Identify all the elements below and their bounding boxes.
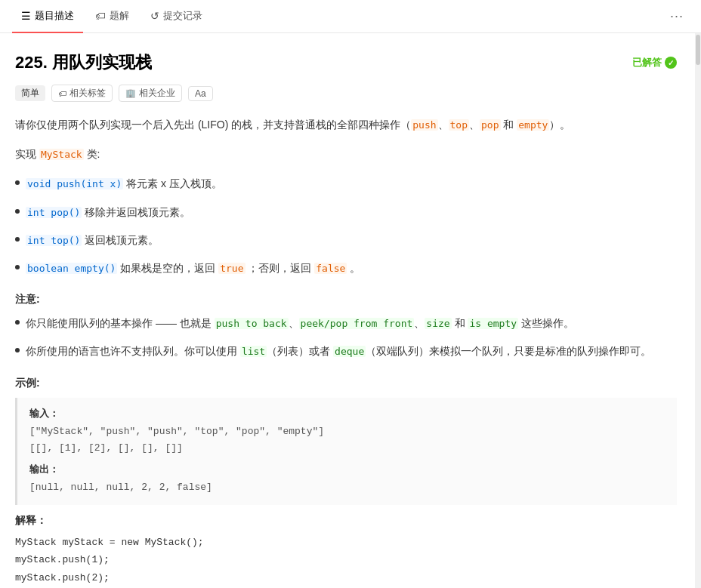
bullet-dot xyxy=(15,180,20,185)
deque-code: deque xyxy=(333,346,366,357)
input-line2: [[], [1], [2], [], [], []] xyxy=(29,440,665,457)
note-bullet-2 xyxy=(15,348,20,352)
explain-section: 解释： MyStack myStack = new MyStack(); myS… xyxy=(15,514,677,588)
font-size-button[interactable]: Aa xyxy=(188,86,213,101)
implement-text: 实现 MyStack 类: xyxy=(15,145,677,164)
note-section: 注意: 你只能使用队列的基本操作 —— 也就是 push to back、pee… xyxy=(15,293,677,361)
related-tags-button[interactable]: 🏷 相关标签 xyxy=(51,85,113,102)
tab-solution[interactable]: 🏷 题解 xyxy=(86,0,138,33)
clock-icon: ↺ xyxy=(150,10,159,22)
notes-list: 你只能使用队列的基本操作 —— 也就是 push to back、peek/po… xyxy=(15,314,677,361)
tab-description[interactable]: ☰ 题目描述 xyxy=(12,0,83,33)
methods-list: void push(int x) 将元素 x 压入栈顶。 int pop() 移… xyxy=(15,174,677,278)
solved-check-icon: ✓ xyxy=(665,57,677,69)
note-bullet-1 xyxy=(15,320,20,325)
top-inline: top xyxy=(449,119,469,131)
pop-inline: pop xyxy=(480,119,500,131)
example-title: 示例: xyxy=(15,377,677,390)
explain-line-1: MyStack myStack = new MyStack(); xyxy=(15,534,677,551)
solution-icon: 🏷 xyxy=(95,10,106,22)
method-top: int top() 返回栈顶元素。 xyxy=(15,231,677,250)
is-empty-code: is empty xyxy=(468,318,518,329)
note-title: 注意: xyxy=(15,293,677,306)
related-companies-button[interactable]: 🏢 相关企业 xyxy=(119,85,182,102)
push-to-back: push to back xyxy=(215,318,289,329)
scrollbar[interactable] xyxy=(695,33,701,588)
bullet-dot-4 xyxy=(15,265,20,269)
explain-label: 解释： xyxy=(15,514,677,528)
false-code: false xyxy=(314,263,347,274)
scroll-thumb xyxy=(696,35,700,65)
bullet-dot-2 xyxy=(15,209,20,214)
solved-label: 已解答 xyxy=(632,56,662,69)
problem-title-row: 225. 用队列实现栈 已解答 ✓ xyxy=(15,51,677,74)
intro-text: 请你仅使用两个队列实现一个后入先出 (LIFO) 的栈，并支持普通栈的全部四种操… xyxy=(15,115,677,134)
problem-number: 225. xyxy=(15,53,48,72)
tab-submissions[interactable]: ↺ 提交记录 xyxy=(141,0,212,33)
more-options-button[interactable]: ··· xyxy=(665,5,689,29)
note-2: 你所使用的语言也许不支持队列。你可以使用 list（列表）或者 deque（双端… xyxy=(15,342,677,361)
example-block: 输入： ["MyStack", "push", "push", "top", "… xyxy=(15,398,677,505)
true-code: true xyxy=(218,263,245,274)
explain-line-3: myStack.push(2); xyxy=(15,569,677,586)
company-icon: 🏢 xyxy=(125,88,136,98)
size-code: size xyxy=(425,318,451,329)
ops-inline: push xyxy=(411,119,437,131)
method-pop: int pop() 移除并返回栈顶元素。 xyxy=(15,203,677,222)
main-content: 225. 用队列实现栈 已解答 ✓ 简单 🏷 相关标签 🏢 相关企业 Aa xyxy=(0,33,701,588)
top-code: int top() xyxy=(26,235,82,246)
bullet-dot-3 xyxy=(15,237,20,242)
difficulty-tag[interactable]: 简单 xyxy=(15,85,45,101)
problem-title-text: 用队列实现栈 xyxy=(52,53,152,72)
explain-line-2: myStack.push(1); xyxy=(15,551,677,568)
tag-icon: 🏷 xyxy=(58,89,66,98)
method-empty: boolean empty() 如果栈是空的，返回 true ；否则，返回 fa… xyxy=(15,259,677,278)
input-line1: ["MyStack", "push", "push", "top", "pop"… xyxy=(29,423,665,440)
push-code: void push(int x) xyxy=(26,178,123,189)
tags-row: 简单 🏷 相关标签 🏢 相关企业 Aa xyxy=(15,85,677,102)
content-scrollable[interactable]: 225. 用队列实现栈 已解答 ✓ 简单 🏷 相关标签 🏢 相关企业 Aa xyxy=(0,33,695,588)
pop-code: int pop() xyxy=(26,207,82,218)
explain-code-block: MyStack myStack = new MyStack(); myStack… xyxy=(15,534,677,588)
input-label: 输入： xyxy=(29,407,665,420)
class-name-inline: MyStack xyxy=(39,149,84,160)
output-line: [null, null, null, 2, 2, false] xyxy=(29,479,665,496)
list-code: list xyxy=(240,346,267,357)
empty-inline: empty xyxy=(517,119,549,131)
output-label: 输出： xyxy=(29,463,665,476)
description-icon: ☰ xyxy=(21,10,31,22)
example-section: 示例: 输入： ["MyStack", "push", "push", "top… xyxy=(15,377,677,589)
method-push: void push(int x) 将元素 x 压入栈顶。 xyxy=(15,174,677,193)
empty-code: boolean empty() xyxy=(26,263,117,274)
peek-pop-front: peek/pop from front xyxy=(299,318,415,329)
note-1: 你只能使用队列的基本操作 —— 也就是 push to back、peek/po… xyxy=(15,314,677,333)
top-navigation: ☰ 题目描述 🏷 题解 ↺ 提交记录 ··· xyxy=(0,0,701,33)
solved-badge: 已解答 ✓ xyxy=(632,56,677,69)
